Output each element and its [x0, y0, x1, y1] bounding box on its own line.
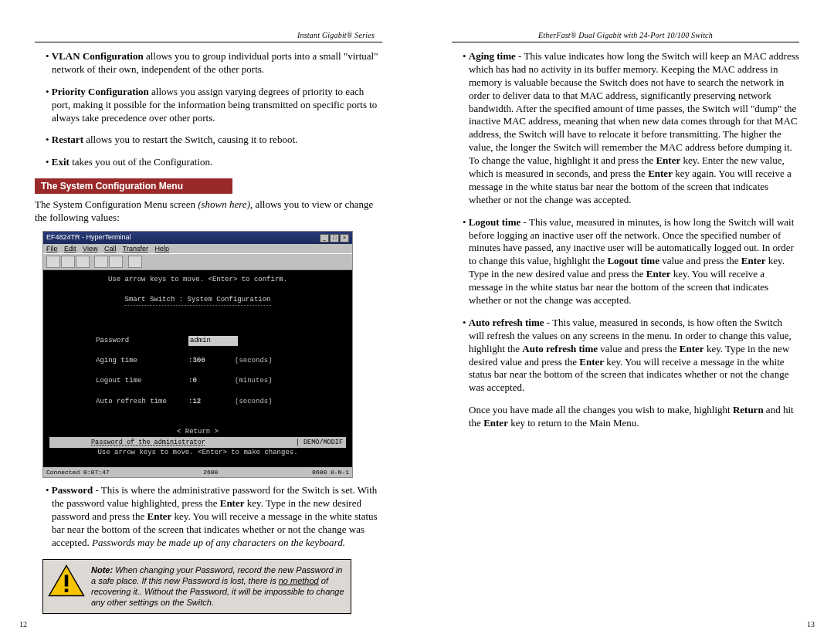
key: Enter	[220, 497, 245, 509]
t: value and press the	[598, 343, 680, 354]
text: takes you out of the Configuration.	[70, 156, 212, 168]
terminal-screenshot: EF4824TR - HyperTerminal _□× File Edit V…	[42, 231, 353, 478]
bottom-hint: Use arrow keys to move. <Enter> to make …	[49, 448, 346, 458]
key: Logout time	[607, 255, 659, 266]
sb-conn: Connected 0:07:47	[46, 469, 110, 476]
em: (shown here)	[198, 198, 250, 210]
menubar: File Edit View Call Transfer Help	[43, 244, 352, 253]
refresh-para: Auto refresh time - This value, measured…	[459, 317, 799, 395]
aging-para: Aging time - This value indicates how lo…	[459, 50, 799, 207]
instruction: Use arrow keys to move. <Enter> to confi…	[49, 275, 346, 285]
label: Exit	[52, 156, 70, 168]
row-password: Password admin	[49, 336, 346, 346]
t: Once you have made all the changes you w…	[469, 404, 733, 415]
warning-icon	[48, 564, 85, 597]
label: Priority Configuration	[52, 86, 149, 97]
password-list: Password - This is where the administrat…	[42, 484, 382, 549]
key: Enter	[483, 417, 508, 429]
b: Note:	[91, 565, 113, 575]
header-left: Instant Gigabit® Series	[35, 31, 382, 39]
tool-icon	[94, 256, 108, 268]
label: Aging time	[49, 356, 188, 366]
label: Auto refresh time	[49, 397, 188, 407]
t: The System Configuration Menu screen	[35, 198, 198, 210]
return-option: < Return >	[49, 427, 346, 437]
right-list: Aging time - This value indicates how lo…	[459, 50, 799, 395]
tool-icon	[61, 256, 75, 268]
row-refresh: Auto refresh time :12 (seconds)	[49, 397, 346, 407]
key: Enter	[680, 343, 704, 354]
password-para: Password - This is where the administrat…	[42, 484, 382, 549]
status-line: Password of the administrator | DEMO/MOD…	[49, 437, 346, 448]
value: admin	[188, 336, 238, 346]
label: Password	[52, 484, 93, 496]
key: Enter	[579, 356, 604, 368]
menu-file: File	[46, 245, 58, 253]
status-hint: Password of the administrator	[53, 438, 205, 447]
tool-icon	[128, 256, 142, 268]
item-exit: Exit takes you out of the Configuration.	[42, 156, 382, 169]
label: Logout time	[49, 376, 188, 386]
text: allows you to restart the Switch, causin…	[83, 134, 297, 145]
note-box: Note: When changing your Password, recor…	[42, 559, 351, 614]
rule	[35, 42, 382, 42]
minimize-icon: _	[320, 234, 329, 242]
menu-help: Help	[155, 245, 170, 253]
key: Enter	[646, 268, 671, 280]
item-vlan: VLAN Configuration allows you to group i…	[42, 50, 382, 76]
sb-mid: 2600	[203, 469, 218, 476]
key: Enter	[741, 255, 766, 266]
row-aging: Aging time :300 (seconds)	[49, 356, 346, 366]
label: Aging time	[469, 50, 516, 62]
page-left: Instant Gigabit® Series VLAN Configurati…	[0, 0, 417, 644]
em: Passwords may be made up of any characte…	[92, 537, 345, 548]
svg-rect-1	[65, 575, 69, 586]
key: Enter	[656, 154, 680, 166]
menu-call: Call	[104, 245, 117, 253]
close-icon: ×	[340, 234, 349, 242]
terminal-body: Use arrow keys to move. <Enter> to confi…	[43, 270, 352, 467]
statusbar: Connected 0:07:47 2600 9600 8-N-1	[43, 467, 352, 477]
row-logout: Logout time :0 (minutes)	[49, 376, 346, 386]
tool-icon	[46, 256, 60, 268]
window-buttons: _□×	[319, 233, 349, 242]
svg-rect-2	[65, 588, 69, 592]
menu-transfer: Transfer	[123, 245, 148, 253]
label: VLAN Configuration	[52, 50, 144, 62]
tool-icon	[76, 256, 90, 268]
page-right: EtherFast® Dual Gigabit with 24-Port 10/…	[417, 0, 834, 644]
label: Restart	[52, 134, 83, 145]
rule	[452, 42, 799, 42]
intro-paragraph: The System Configuration Menu screen (sh…	[35, 198, 382, 225]
value: :12	[188, 397, 235, 407]
t: value and press the	[659, 255, 741, 266]
menu-view: View	[83, 245, 97, 253]
label: Logout time	[469, 216, 521, 228]
page-number-left: 12	[19, 620, 27, 629]
key: Return	[733, 404, 764, 415]
page-number-right: 13	[807, 620, 815, 629]
screen-title: Smart Switch : System Configuration	[49, 295, 346, 306]
item-priority: Priority Configuration allows you assign…	[42, 86, 382, 125]
closing-para: Once you have made all the changes you w…	[469, 404, 799, 430]
unit: (seconds)	[235, 356, 273, 366]
value: :0	[188, 376, 235, 386]
feature-list: VLAN Configuration allows you to group i…	[42, 50, 382, 169]
menu-edit: Edit	[64, 245, 76, 253]
unit: (seconds)	[235, 397, 273, 407]
tool-icon	[109, 256, 123, 268]
t: - This value indicates how long the Swit…	[469, 50, 799, 166]
status-tag: | DEMO/MODIF	[296, 438, 343, 447]
key: Auto refresh time	[522, 343, 598, 354]
u: no method	[279, 576, 319, 585]
sb-right: 9600 8-N-1	[312, 469, 349, 476]
logout-para: Logout time - This value, measured in mi…	[459, 216, 799, 307]
window-title: EF4824TR - HyperTerminal	[46, 233, 131, 242]
note-text: Note: When changing your Password, recor…	[91, 564, 346, 608]
header-right: EtherFast® Dual Gigabit with 24-Port 10/…	[452, 31, 799, 39]
section-heading: The System Configuration Menu	[35, 178, 232, 194]
window-titlebar: EF4824TR - HyperTerminal _□×	[43, 232, 352, 244]
label: Password	[49, 336, 188, 346]
key: Enter	[147, 510, 171, 522]
unit: (minutes)	[235, 376, 273, 386]
